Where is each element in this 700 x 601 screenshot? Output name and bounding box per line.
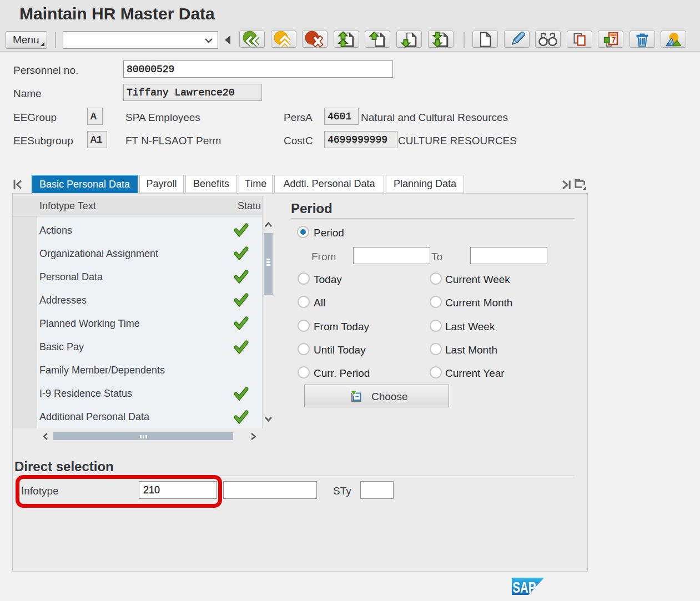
- svg-text:SAP: SAP: [513, 579, 536, 595]
- svg-text:7: 7: [612, 36, 616, 44]
